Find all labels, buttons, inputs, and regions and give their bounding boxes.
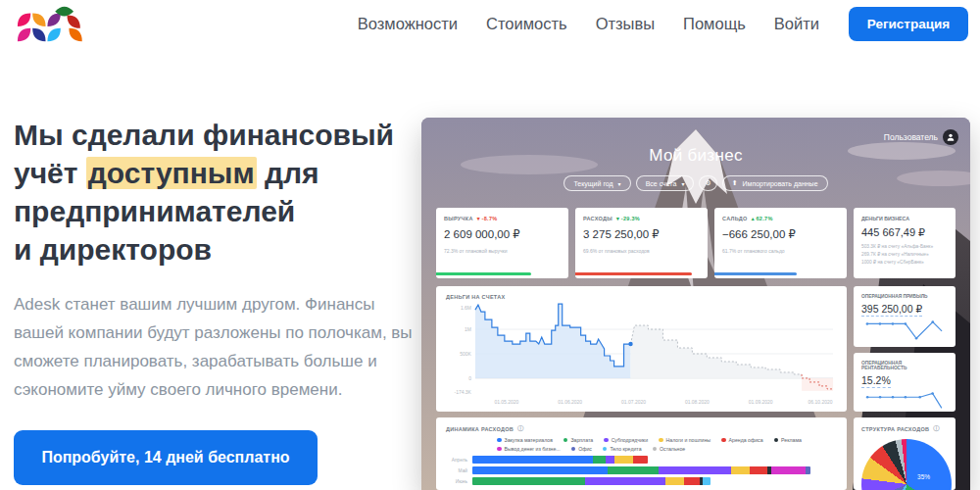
bar-segment [750, 466, 768, 474]
legend-item: Тело кредита [603, 446, 642, 452]
top-nav: Возможности Стоимость Отзывы Помощь Войт… [0, 0, 980, 47]
stacked-bar [472, 477, 837, 485]
info-icon: ⓘ [517, 424, 523, 433]
line-chart: 1.6M 1M 500K 0 -174.3K 01.05.2020 01.06.… [446, 300, 837, 410]
structure-pie [861, 439, 952, 490]
nav-item-login[interactable]: Войти [774, 15, 819, 33]
arrow-down-icon: ▾ [616, 216, 619, 221]
card-value: 395 250,00 ₽ [861, 303, 922, 317]
legend-item: Вывод денег из бизне... [497, 446, 561, 452]
dashboard-title: Мой бизнес [421, 146, 970, 166]
kpi-label: САЛЬДО [722, 216, 748, 221]
dashboard-screenshot: Пользователь Мой бизнес Текущий год ▾ Вс… [421, 118, 970, 490]
kpi-value: 2 609 000,00 ₽ [444, 227, 561, 241]
info-icon: ⓘ [933, 424, 939, 433]
nav-item-reviews[interactable]: Отзывы [596, 15, 655, 33]
bar-segment [684, 477, 701, 485]
legend-dot-icon [774, 438, 779, 443]
account-line: 1000 ₽ на счету «СберБанк» [861, 259, 948, 266]
kpi-change: ▴ 62.7% [752, 216, 773, 221]
bar-segment [608, 466, 659, 474]
bar-segment [472, 456, 593, 464]
svg-text:-174.3K: -174.3K [455, 389, 472, 395]
import-data-button: ⬆ Импортировать данные [722, 175, 828, 191]
legend-item: Налоги и пошлины [659, 437, 710, 443]
nav-item-features[interactable]: Возможности [358, 15, 458, 33]
bar-segment [771, 466, 806, 474]
title-line4: и директоров [14, 233, 212, 266]
kpi-card-revenue: ВЫРУЧКА ▾ -8.7% 2 609 000,00 ₽ 72.3% от … [436, 208, 568, 278]
account-line: 269.7К ₽ на счету «Наличные» [861, 251, 948, 258]
title-line2-pre: учёт [14, 157, 86, 189]
period-select: Текущий год ▾ [564, 175, 630, 191]
arrow-up-icon: ▴ [752, 216, 755, 221]
svg-text:1.6M: 1.6M [461, 305, 471, 311]
nav-item-help[interactable]: Помощь [683, 15, 746, 33]
kpi-change: ▾ -29.3% [616, 216, 640, 221]
expenses-dynamics-card: ДИНАМИКА РАСХОДОВ ⓘ Закупка материаловЗа… [436, 417, 847, 490]
accounts-select: Все счета ▾ [636, 175, 695, 191]
legend-dot-icon [497, 447, 502, 452]
user-label: Пользователь [884, 132, 938, 142]
expenses-bars: АпрельМайИюнь [446, 456, 837, 485]
stacked-bar-row: Май [446, 466, 837, 474]
legend-dot-icon [497, 438, 502, 443]
kpi-value: −666 250,00 ₽ [722, 227, 839, 241]
stacked-bar [472, 456, 837, 464]
dashboard-filters: Текущий год ▾ Все счета ▾ ⚙ ⬆ Импортиров… [421, 175, 970, 191]
kpi-value: 3 275 250,00 ₽ [583, 227, 700, 241]
kpi-progress-bar [575, 272, 692, 276]
person-icon [946, 132, 956, 142]
kpi-subtitle: 69.6% от плановых расходов [583, 248, 700, 254]
card-value: 445 667,49 ₽ [861, 226, 948, 239]
card-value: 15.2% [861, 374, 891, 388]
svg-text:01.09.2020: 01.09.2020 [749, 399, 773, 405]
operating-margin-card: ОПЕРАЦИОННАЯ РЕНТАБЕЛЬНОСТЬ 15.2% [854, 353, 956, 412]
legend-item: Аренда офиса [721, 437, 762, 443]
svg-text:01.07.2020: 01.07.2020 [621, 399, 646, 405]
kpi-card-expenses: РАСХОДЫ ▾ -29.3% 3 275 250,00 ₽ 69.6% от… [575, 208, 708, 278]
card-label: ДЕНЬГИ БИЗНЕСА [861, 216, 948, 221]
hero-section: Мы сделали финансовыйучёт доступным дляп… [14, 116, 414, 485]
settings-button: ⚙ [699, 175, 716, 191]
chevron-down-icon: ▾ [681, 180, 684, 187]
avatar [943, 129, 958, 145]
legend-item: Офис [571, 446, 592, 452]
signup-button[interactable]: Регистрация [849, 7, 968, 41]
pie-slice-label: 35% [917, 473, 930, 480]
try-free-button[interactable]: Попробуйте, 14 дней бесплатно [14, 430, 318, 485]
kpi-change: ▾ -8.7% [477, 216, 498, 221]
import-data-label: Импортировать данные [743, 180, 818, 187]
adesk-logo-icon[interactable] [14, 4, 100, 45]
gear-icon: ⚙ [705, 179, 710, 187]
legend-dot-icon [604, 438, 609, 443]
svg-text:0: 0 [468, 375, 471, 381]
bar-segment [585, 477, 665, 485]
svg-text:06.10.2020: 06.10.2020 [808, 399, 833, 405]
legend-dot-icon [653, 447, 658, 452]
stacked-bar [472, 466, 837, 474]
bar-row-label: Май [446, 468, 467, 473]
kpi-progress-bar [436, 272, 531, 276]
legend-dot-icon [721, 438, 726, 443]
bar-segment [472, 477, 585, 485]
svg-text:1M: 1M [465, 326, 471, 332]
page-title: Мы сделали финансовыйучёт доступным дляп… [14, 116, 414, 269]
bar-segment [614, 456, 633, 464]
hero-description: Adesk станет вашим лучшим другом. Финанс… [14, 290, 414, 404]
bar-segment [703, 477, 710, 485]
title-highlight: доступным [86, 157, 257, 189]
kpi-subtitle: 72.3% от плановой выручки [444, 248, 561, 254]
bar-row-label: Июнь [446, 479, 467, 484]
legend-dot-icon [603, 447, 608, 452]
nav-links: Возможности Стоимость Отзывы Помощь Войт… [358, 15, 819, 33]
legend-dot-icon [571, 447, 576, 452]
legend-dot-icon [659, 438, 663, 443]
account-line: 503.3К ₽ на счету «Альфа-Банк» [861, 243, 948, 250]
bar-segment [472, 466, 608, 474]
svg-text:500K: 500K [460, 351, 471, 357]
kpi-row: ВЫРУЧКА ▾ -8.7% 2 609 000,00 ₽ 72.3% от … [436, 208, 847, 278]
expenses-legend: Закупка материаловЗарплатаСубподрядчикиН… [497, 437, 842, 452]
arrow-down-icon: ▾ [477, 216, 480, 221]
nav-item-pricing[interactable]: Стоимость [486, 15, 567, 33]
